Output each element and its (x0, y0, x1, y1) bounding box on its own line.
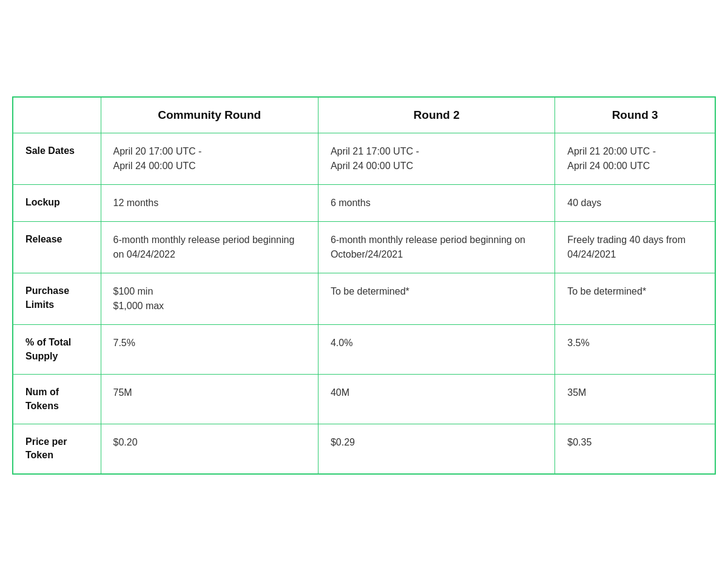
row-3-col2: To be determined* (318, 273, 554, 325)
row-label: % of Total Supply (13, 325, 101, 375)
row-0-col1: April 20 17:00 UTC -April 24 00:00 UTC (101, 133, 318, 185)
row-2-col3: Freely trading 40 days from 04/24/2021 (555, 222, 715, 273)
table-row: Num of Tokens75M40M35M (13, 375, 715, 424)
row-4-col1: 7.5% (101, 325, 318, 375)
row-5-col3: 35M (555, 375, 715, 424)
row-5-col1: 75M (101, 375, 318, 424)
row-label: Release (13, 222, 101, 273)
row-label: Num of Tokens (13, 375, 101, 424)
row-1-col3: 40 days (555, 185, 715, 222)
table-wrapper: Community Round Round 2 Round 3 Sale Dat… (12, 96, 716, 474)
row-1-col2: 6 months (318, 185, 554, 222)
row-1-col1: 12 months (101, 185, 318, 222)
row-3-col3: To be determined* (555, 273, 715, 325)
row-label: Purchase Limits (13, 273, 101, 325)
row-2-col1: 6-month monthly release period beginning… (101, 222, 318, 273)
row-4-col2: 4.0% (318, 325, 554, 375)
header-row: Community Round Round 2 Round 3 (13, 97, 715, 133)
row-0-col2: April 21 17:00 UTC -April 24 00:00 UTC (318, 133, 554, 185)
row-label: Price per Token (13, 424, 101, 473)
row-6-col2: $0.29 (318, 424, 554, 473)
header-community-round: Community Round (101, 97, 318, 133)
table-row: % of Total Supply7.5%4.0%3.5% (13, 325, 715, 375)
table-row: Release6-month monthly release period be… (13, 222, 715, 273)
row-6-col3: $0.35 (555, 424, 715, 473)
row-6-col1: $0.20 (101, 424, 318, 473)
row-4-col3: 3.5% (555, 325, 715, 375)
table-row: Lockup12 months6 months40 days (13, 185, 715, 222)
table-row: Price per Token$0.20$0.29$0.35 (13, 424, 715, 473)
row-5-col2: 40M (318, 375, 554, 424)
row-label: Sale Dates (13, 133, 101, 185)
header-col0 (13, 97, 101, 133)
header-round2: Round 2 (318, 97, 554, 133)
table-row: Purchase Limits$100 min$1,000 maxTo be d… (13, 273, 715, 325)
row-0-col3: April 21 20:00 UTC -April 24 00:00 UTC (555, 133, 715, 185)
comparison-table: Community Round Round 2 Round 3 Sale Dat… (12, 96, 716, 474)
row-3-col1: $100 min$1,000 max (101, 273, 318, 325)
row-label: Lockup (13, 185, 101, 222)
row-2-col2: 6-month monthly release period beginning… (318, 222, 554, 273)
table-row: Sale DatesApril 20 17:00 UTC -April 24 0… (13, 133, 715, 185)
header-round3: Round 3 (555, 97, 715, 133)
